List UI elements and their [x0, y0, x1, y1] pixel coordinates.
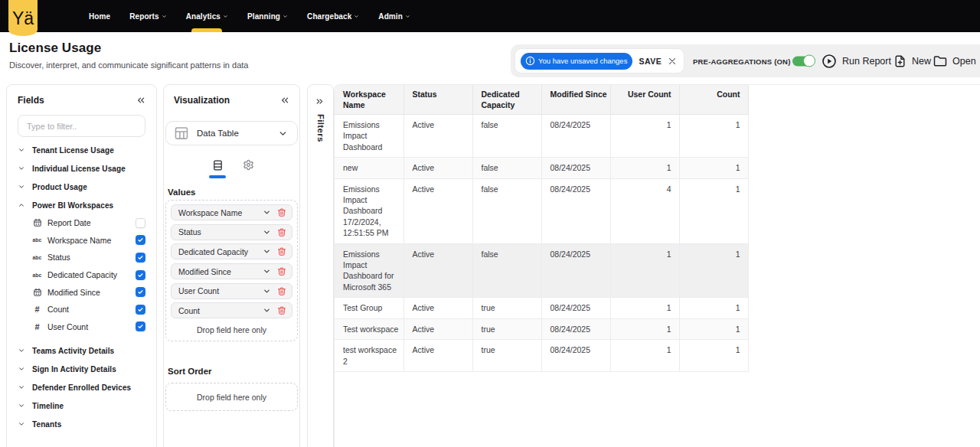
table-row[interactable]: Test Group Active true 08/24/2025 1 1	[335, 298, 748, 318]
main-content: Fields Tenant License Usage Individual L…	[6, 84, 980, 447]
nav-item-label: Planning	[247, 12, 280, 21]
run-report-button[interactable]: Run Report	[822, 54, 891, 69]
text-icon: abc	[32, 237, 42, 243]
field-checkbox[interactable]	[136, 253, 145, 263]
table-cell: Active	[403, 243, 472, 298]
pre-aggregations-label: PRE-AGGREGATIONS (ON)	[693, 57, 791, 65]
field-item-user-count[interactable]: # User Count	[18, 318, 145, 336]
table-row[interactable]: Emissions Impact Dashboard Active false …	[335, 115, 748, 158]
field-group-sign-in-activity-details[interactable]: Sign In Activity Details	[18, 360, 145, 378]
field-group-product-usage[interactable]: Product Usage	[18, 178, 145, 196]
nav-menu: Home Reports Analytics Planning Chargeba…	[89, 0, 410, 32]
table-cell: Active	[403, 158, 472, 178]
chevron-down-icon[interactable]	[263, 228, 271, 237]
open-report-button[interactable]: Open	[933, 54, 976, 68]
column-header[interactable]: Dedicated Capacity	[472, 85, 541, 115]
value-pill-dedicated-capacity[interactable]: Dedicated Capacity	[171, 243, 292, 259]
trash-icon[interactable]	[277, 266, 286, 276]
trash-icon[interactable]	[277, 286, 286, 296]
nav-item-planning[interactable]: Planning	[247, 0, 288, 32]
value-pill-user-count[interactable]: User Count	[171, 283, 292, 299]
field-group-teams-activity-details[interactable]: Teams Activity Details	[18, 341, 145, 360]
table-cell: 08/24/2025	[541, 298, 610, 318]
nav-item-home[interactable]: Home	[89, 0, 110, 32]
new-report-button[interactable]: New	[893, 54, 931, 68]
value-pill-workspace-name[interactable]: Workspace Name	[171, 204, 292, 220]
column-header[interactable]: Status	[403, 85, 472, 115]
chevron-down-icon	[18, 402, 25, 409]
tab-data[interactable]	[209, 159, 226, 178]
chevron-down-icon	[223, 14, 228, 19]
nav-item-label: Reports	[129, 12, 158, 21]
nav-item-admin[interactable]: Admin	[378, 0, 410, 32]
column-header[interactable]: User Count	[610, 85, 679, 115]
chevron-down-icon[interactable]	[263, 208, 271, 217]
value-pill-status[interactable]: Status	[171, 224, 292, 240]
column-header[interactable]: Workspace Name	[335, 85, 403, 115]
collapse-left-icon[interactable]	[279, 95, 289, 106]
table-cell: 08/24/2025	[541, 318, 610, 339]
value-pill-count[interactable]: Count	[171, 302, 292, 318]
field-item-dedicated-capacity[interactable]: abc Dedicated Capacity	[18, 266, 145, 284]
table-cell: 08/24/2025	[541, 115, 610, 158]
visualization-type-select[interactable]: Data Table	[165, 121, 298, 145]
field-group-tenant-license-usage[interactable]: Tenant License Usage	[18, 141, 145, 159]
field-item-status[interactable]: abc Status	[18, 249, 145, 266]
close-icon[interactable]	[668, 57, 677, 66]
nav-item-label: Chargeback	[307, 12, 351, 21]
save-button[interactable]: SAVE	[639, 57, 662, 66]
sort-order-drop-zone[interactable]: Drop field here only	[165, 383, 298, 411]
column-header[interactable]: Modified Since	[541, 85, 610, 115]
active-tab-underline	[209, 175, 226, 178]
visualization-tabs	[165, 159, 298, 178]
field-group-timeline[interactable]: Timeline	[18, 396, 145, 415]
field-checkbox[interactable]	[136, 235, 145, 245]
trash-icon[interactable]	[277, 207, 286, 217]
field-checkbox[interactable]	[136, 305, 145, 315]
table-cell: 1	[679, 340, 748, 372]
chevron-down-icon	[18, 146, 25, 154]
column-header[interactable]: Count	[679, 85, 748, 115]
collapse-left-icon[interactable]	[135, 95, 145, 106]
tab-settings[interactable]	[243, 159, 254, 178]
table-cell: Emissions Impact Dashboard	[335, 115, 403, 158]
field-item-report-date[interactable]: Report Date	[18, 214, 145, 232]
table-row[interactable]: Emissions Impact Dashboard 17/2/2024, 12…	[335, 178, 748, 243]
trash-icon[interactable]	[277, 227, 286, 237]
field-checkbox[interactable]	[136, 287, 145, 297]
table-row[interactable]: new Active false 08/24/2025 1 1	[335, 158, 748, 178]
field-checkbox[interactable]	[136, 218, 145, 228]
expand-right-icon[interactable]	[315, 96, 325, 106]
field-item-count[interactable]: # Count	[18, 301, 145, 318]
fields-filter-input[interactable]	[18, 115, 145, 137]
trash-icon[interactable]	[277, 305, 286, 315]
field-group-individual-license-usage[interactable]: Individual License Usage	[18, 159, 145, 178]
toggle-knob	[803, 55, 815, 67]
nav-item-label: Analytics	[186, 12, 220, 21]
field-group-tenants[interactable]: Tenants	[18, 415, 145, 433]
field-checkbox[interactable]	[136, 270, 145, 280]
table-row[interactable]: test workspace 2 Active true 08/24/2025 …	[335, 340, 748, 372]
table-row[interactable]: Emissions Impact Dashboard for Microsoft…	[335, 243, 748, 298]
field-item-modified-since[interactable]: Modified Since	[18, 283, 145, 301]
table-cell: Emissions Impact Dashboard 17/2/2024, 12…	[335, 178, 403, 243]
chevron-down-icon[interactable]	[263, 247, 271, 256]
table-row[interactable]: Test workspace Active true 08/24/2025 1 …	[335, 318, 748, 339]
nav-item-chargeback[interactable]: Chargeback	[307, 0, 359, 32]
pre-aggregations-toggle[interactable]	[792, 56, 815, 66]
chevron-down-icon[interactable]	[263, 267, 271, 276]
chevron-down-icon[interactable]	[263, 287, 271, 295]
field-checkbox[interactable]	[136, 321, 145, 331]
table-cell: 1	[679, 158, 748, 178]
field-group-defender-enrolled-devices[interactable]: Defender Enrolled Devices	[18, 378, 145, 396]
brand-logo[interactable]: Yä	[8, 0, 38, 36]
field-group-power-bi-workspaces[interactable]: Power BI Workspaces	[18, 196, 145, 214]
value-pill-modified-since[interactable]: Modified Since	[171, 263, 292, 279]
nav-item-reports[interactable]: Reports	[129, 0, 166, 32]
trash-icon[interactable]	[277, 246, 286, 256]
field-item-workspace-name[interactable]: abc Workspace Name	[18, 232, 145, 250]
chevron-down-icon	[18, 365, 25, 373]
nav-item-analytics[interactable]: Analytics	[186, 0, 228, 32]
chevron-down-icon[interactable]	[263, 306, 271, 315]
values-drop-zone[interactable]: Workspace Name Status Dedicated Capacity	[165, 200, 298, 341]
